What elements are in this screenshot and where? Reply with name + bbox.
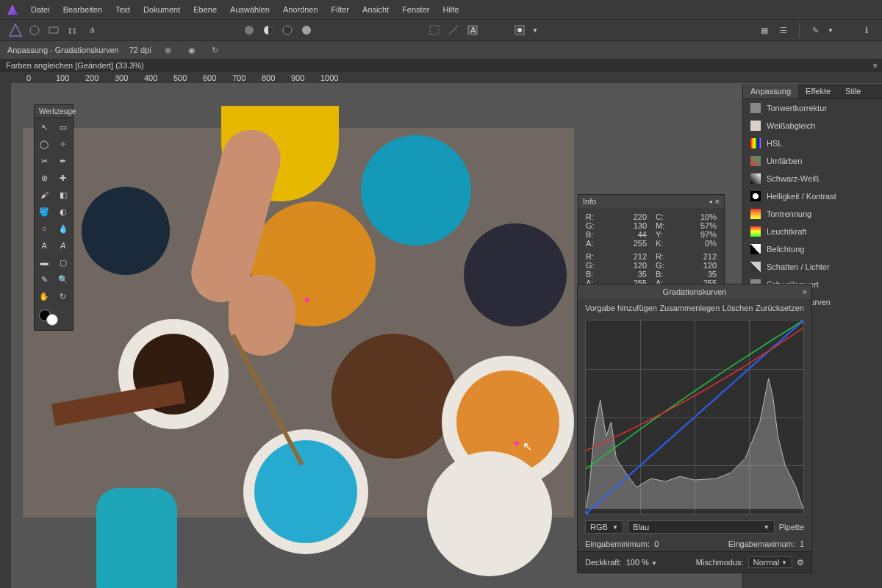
adjustment-item[interactable]: Schatten / Lichter <box>743 258 882 276</box>
hand-tool[interactable]: ✋ <box>35 288 54 304</box>
panel-close-icon[interactable]: × <box>715 197 720 206</box>
pen-tool[interactable]: ✒ <box>54 153 73 169</box>
tone-persona-icon[interactable]: ⫿⫿ <box>66 24 79 37</box>
text-tool[interactable]: A <box>35 237 54 254</box>
adjustment-item[interactable]: Tontrennung <box>743 205 882 223</box>
curves-merge[interactable]: Zusammenlegen <box>659 304 720 312</box>
rect-tool[interactable]: ▢ <box>54 254 73 270</box>
rotate-tool[interactable]: ↻ <box>54 288 73 304</box>
menu-hilfe[interactable]: Hilfe <box>442 5 459 14</box>
halfcircle-icon[interactable] <box>262 24 275 37</box>
refresh-icon[interactable]: ↻ <box>209 43 222 57</box>
menu-dokument[interactable]: Dokument <box>143 5 180 14</box>
close-icon[interactable]: × <box>803 287 807 296</box>
grid-view-icon[interactable]: ▦ <box>758 24 771 37</box>
eraser-tool[interactable]: ◧ <box>54 187 73 203</box>
crop-tool[interactable]: ✂ <box>35 153 54 169</box>
list-view-icon[interactable]: ☰ <box>777 24 790 37</box>
target-icon[interactable]: ⊕ <box>162 43 175 57</box>
chevron-down-icon[interactable]: ▼ <box>828 27 833 34</box>
circle2-icon[interactable] <box>281 24 294 37</box>
photo-persona-icon[interactable] <box>9 24 22 37</box>
adjustment-icon <box>750 121 761 131</box>
menu-filter[interactable]: Filter <box>331 5 349 14</box>
brush-icon[interactable]: ✎ <box>808 24 822 37</box>
adjustment-item[interactable]: Belichtung <box>743 240 882 258</box>
menu-ebene[interactable]: Ebene <box>193 5 217 14</box>
sel-rect-icon[interactable] <box>428 24 441 37</box>
adjustment-item[interactable]: Leuchtkraft <box>743 223 882 240</box>
info-rgb2: R:212G:120B:35A:255 <box>583 252 650 287</box>
marquee-tool[interactable]: ▭ <box>54 119 73 135</box>
menu-ansicht[interactable]: Ansicht <box>362 5 389 14</box>
blur-tool[interactable]: 💧 <box>54 220 73 237</box>
adjustment-item[interactable]: Helligkeit / Kontrast <box>743 187 882 205</box>
adjustment-item[interactable]: Umfärben <box>743 152 882 170</box>
wand-tool[interactable]: ✧ <box>54 136 73 152</box>
menu-auswaehlen[interactable]: Auswählen <box>230 5 270 14</box>
info-panel-title: Info <box>583 197 596 206</box>
shape-tool[interactable]: ▬ <box>35 254 54 270</box>
eye-icon[interactable]: ◉ <box>185 43 198 57</box>
artistic-text-tool[interactable]: A <box>54 237 73 254</box>
picker-tool[interactable]: ✎ <box>35 271 54 287</box>
chevron-down-icon[interactable]: ▼ <box>532 27 538 34</box>
sel-diag-icon[interactable] <box>447 24 460 37</box>
tools-panel: Werkzeuge ↖ ▭ ◯ ✧ ✂ ✒ ⊛ ✚ 🖌 ◧ 🪣 ◐ ○ 💧 A … <box>34 104 74 331</box>
svg-text:A: A <box>470 26 476 35</box>
curves-reset[interactable]: Zurücksetzen <box>756 304 804 312</box>
liquify-persona-icon[interactable] <box>28 24 41 37</box>
picker-button[interactable]: Pipette <box>779 523 804 531</box>
adjustment-item[interactable]: HSL <box>743 135 882 152</box>
tab-anpassung[interactable]: Anpassung <box>743 84 798 98</box>
adjustment-icon <box>750 244 761 254</box>
menu-bearbeiten[interactable]: Bearbeiten <box>63 5 102 14</box>
channel-color-select[interactable]: Blau▼ <box>628 520 775 534</box>
in-max-value[interactable]: 1 <box>800 539 804 548</box>
gradient-tool[interactable]: ◐ <box>54 204 73 220</box>
curves-delete[interactable]: Löschen <box>723 304 753 312</box>
gear-icon[interactable]: ⚙ <box>797 558 804 567</box>
tab-effekte[interactable]: Effekte <box>798 84 838 98</box>
adjustment-label: Tontrennung <box>767 209 811 218</box>
adjustment-item[interactable]: Schwarz-Weiß <box>743 170 882 187</box>
circle3-icon[interactable] <box>300 24 313 37</box>
menu-fenster[interactable]: Fenster <box>402 5 429 14</box>
svg-rect-2 <box>49 27 58 33</box>
ruler-vertical <box>0 84 12 588</box>
info-rgb3: R:212G:120B:35A:255 <box>653 252 720 287</box>
move-tool[interactable]: ↖ <box>35 119 54 135</box>
quickmask-icon[interactable] <box>513 24 526 37</box>
close-tab-icon[interactable]: × <box>873 61 878 70</box>
adjustment-item[interactable]: Tonwertkorrektur <box>743 99 882 117</box>
adjustment-label: Tonwertkorrektur <box>767 104 827 112</box>
circle1-icon[interactable] <box>243 24 256 37</box>
dodge-tool[interactable]: ○ <box>35 220 54 237</box>
in-min-value[interactable]: 0 <box>654 539 659 548</box>
adjustment-label: Schwarz-Weiß <box>767 174 819 183</box>
fill-tool[interactable]: 🪣 <box>35 204 54 220</box>
menu-anordnen[interactable]: Anordnen <box>283 5 318 14</box>
channel-master-select[interactable]: RGB▼ <box>585 520 623 534</box>
clone-tool[interactable]: ⊛ <box>35 170 54 186</box>
curves-graph[interactable] <box>585 320 804 514</box>
document-tab-bar: Farben angleichen [Geändert] (33.3%) × <box>0 59 882 72</box>
menu-text[interactable]: Text <box>115 5 130 14</box>
brush-tool[interactable]: 🖌 <box>35 187 54 203</box>
panel-min-icon[interactable]: ▪ <box>710 197 713 206</box>
info-icon[interactable]: ℹ <box>860 24 873 37</box>
export-persona-icon[interactable]: ⋔ <box>85 24 98 37</box>
lasso-tool[interactable]: ◯ <box>35 136 54 152</box>
document-tab[interactable]: Farben angleichen [Geändert] (33.3%) <box>6 61 144 70</box>
heal-tool[interactable]: ✚ <box>54 170 73 186</box>
menu-datei[interactable]: Datei <box>31 5 50 14</box>
background-swatch[interactable] <box>46 314 58 326</box>
zoom-tool[interactable]: 🔍 <box>54 271 73 287</box>
adjustment-item[interactable]: Weißabgleich <box>743 117 882 135</box>
sel-auto-icon[interactable]: A <box>466 24 479 37</box>
curves-preset[interactable]: Vorgabe hinzufügen <box>585 304 657 312</box>
opacity-value[interactable]: 100 % <box>626 558 649 567</box>
tab-stile[interactable]: Stile <box>838 84 868 98</box>
develop-persona-icon[interactable] <box>47 24 60 37</box>
blend-mode-select[interactable]: Normal ▼ <box>748 556 792 568</box>
